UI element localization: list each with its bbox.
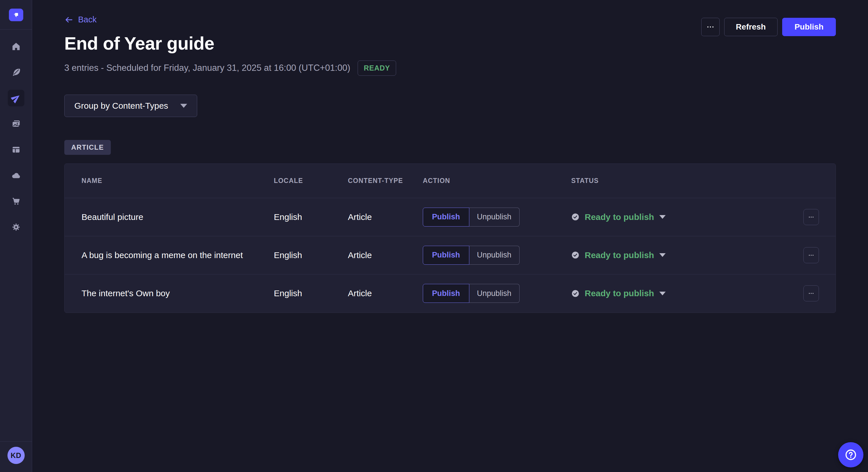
shopping-cart-icon [11, 196, 21, 206]
status-chevron-down-icon[interactable] [659, 253, 665, 257]
header-actions: Refresh Publish [701, 18, 836, 36]
user-avatar[interactable]: KD [7, 447, 25, 464]
row-unpublish-button[interactable]: Unpublish [469, 284, 520, 303]
page-header-left: Back End of Year guide 3 entries - Sched… [64, 0, 396, 76]
sidebar-item-cloud[interactable] [8, 167, 24, 184]
entry-status-label[interactable]: Ready to publish [585, 250, 654, 260]
sidebar-item-home[interactable] [8, 38, 24, 55]
entry-status-label[interactable]: Ready to publish [585, 289, 654, 298]
sidebar-footer-divider [0, 441, 32, 442]
entry-more-cell [803, 209, 819, 225]
entry-name: The internet's Own boy [82, 289, 274, 298]
sidebar-divider [0, 29, 32, 30]
status-wrap: Ready to publish [571, 212, 803, 222]
column-header-locale: LOCALE [274, 177, 348, 185]
group-by-label: Group by Content-Types [74, 101, 168, 111]
home-icon [11, 42, 21, 51]
page-header: Back End of Year guide 3 entries - Sched… [64, 0, 836, 76]
feather-icon [11, 67, 21, 77]
media-library-icon [11, 119, 21, 129]
ellipsis-icon [808, 252, 815, 259]
row-unpublish-button[interactable]: Unpublish [469, 246, 520, 265]
arrow-left-icon [64, 15, 73, 24]
status-chevron-down-icon[interactable] [659, 292, 665, 295]
cloud-icon [11, 170, 21, 181]
status-chevron-down-icon[interactable] [659, 215, 665, 219]
column-header-name: NAME [82, 177, 274, 185]
strapi-logo[interactable] [9, 9, 23, 21]
sidebar-item-marketplace[interactable] [8, 193, 24, 210]
table-row: A bug is becoming a meme on the internet… [65, 236, 836, 274]
content-type-group-tag: ARTICLE [64, 140, 111, 155]
check-circle-icon [571, 251, 580, 259]
entry-status-label[interactable]: Ready to publish [585, 212, 654, 222]
entry-locale: English [274, 289, 348, 298]
column-header-action: ACTION [423, 177, 571, 185]
entry-more-cell [803, 285, 819, 301]
gear-icon [11, 222, 21, 232]
back-label: Back [78, 15, 96, 24]
entry-action-cell: Publish Unpublish [423, 246, 571, 265]
entries-table: NAME LOCALE CONTENT-TYPE ACTION STATUS B… [64, 164, 836, 313]
entry-content-type: Article [348, 250, 423, 260]
row-unpublish-button[interactable]: Unpublish [469, 208, 520, 227]
ellipsis-icon [808, 214, 815, 221]
paper-plane-icon [11, 93, 21, 103]
publish-toggle-group: Publish Unpublish [423, 284, 520, 303]
entry-name: Beautiful picture [82, 212, 274, 222]
entry-locale: English [274, 250, 348, 260]
entry-more-cell [803, 247, 819, 263]
entry-action-cell: Publish Unpublish [423, 284, 571, 303]
column-header-content-type: CONTENT-TYPE [348, 177, 423, 185]
row-publish-button[interactable]: Publish [423, 246, 469, 265]
release-more-button[interactable] [701, 18, 720, 36]
row-more-button[interactable] [803, 247, 819, 263]
sidebar-footer: KD [0, 441, 32, 472]
publish-toggle-group: Publish Unpublish [423, 208, 520, 227]
sidebar: KD [0, 0, 32, 472]
release-summary: 3 entries - Scheduled for Friday, Januar… [64, 63, 350, 73]
row-publish-button[interactable]: Publish [423, 208, 469, 227]
release-meta: 3 entries - Scheduled for Friday, Januar… [64, 61, 396, 76]
group-by-select[interactable]: Group by Content-Types [64, 95, 197, 117]
entry-locale: English [274, 212, 348, 222]
main-content: Back End of Year guide 3 entries - Sched… [32, 0, 868, 472]
back-link[interactable]: Back [64, 15, 96, 24]
layout-icon [11, 145, 21, 155]
entry-status-cell: Ready to publish [571, 212, 803, 222]
status-wrap: Ready to publish [571, 250, 803, 260]
table-header: NAME LOCALE CONTENT-TYPE ACTION STATUS [65, 164, 836, 198]
row-more-button[interactable] [803, 285, 819, 301]
publish-release-button[interactable]: Publish [782, 18, 836, 36]
refresh-button[interactable]: Refresh [724, 18, 778, 36]
sidebar-item-settings[interactable] [8, 219, 24, 235]
check-circle-icon [571, 213, 580, 221]
question-mark-icon [844, 448, 857, 461]
ellipsis-icon [706, 23, 715, 31]
row-more-button[interactable] [803, 209, 819, 225]
entry-content-type: Article [348, 289, 423, 298]
entry-action-cell: Publish Unpublish [423, 208, 571, 227]
status-badge: READY [358, 61, 396, 76]
page-title: End of Year guide [64, 33, 396, 54]
sidebar-item-content-type-builder[interactable] [8, 141, 24, 158]
chevron-down-icon [180, 104, 187, 108]
sidebar-nav [8, 38, 24, 235]
table-row: The internet's Own boy English Article P… [65, 274, 836, 312]
sidebar-item-media-library[interactable] [8, 115, 24, 132]
ellipsis-icon [808, 290, 815, 297]
app-root: KD Back End of Year guide 3 entries - Sc… [0, 0, 868, 472]
sidebar-item-releases[interactable] [8, 90, 24, 106]
entry-content-type: Article [348, 212, 423, 222]
table-row: Beautiful picture English Article Publis… [65, 198, 836, 236]
entry-status-cell: Ready to publish [571, 289, 803, 298]
column-header-status: STATUS [571, 177, 803, 185]
publish-toggle-group: Publish Unpublish [423, 246, 520, 265]
sidebar-item-content-manager[interactable] [8, 64, 24, 80]
row-publish-button[interactable]: Publish [423, 284, 469, 303]
strapi-logo-icon [12, 11, 20, 19]
status-wrap: Ready to publish [571, 289, 803, 298]
check-circle-icon [571, 289, 580, 298]
help-button[interactable] [838, 442, 863, 467]
entry-name: A bug is becoming a meme on the internet [82, 250, 274, 260]
